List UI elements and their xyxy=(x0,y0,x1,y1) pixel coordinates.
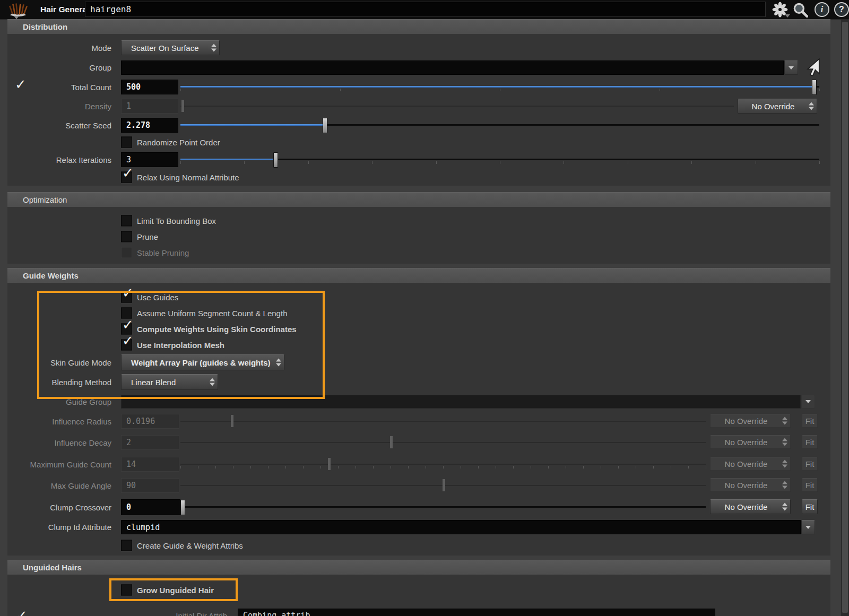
max-guide-angle-label: Max Guide Angle xyxy=(0,478,111,493)
grow-unguided-label: Grow Unguided Hair xyxy=(137,584,214,596)
search-icon[interactable] xyxy=(792,2,808,18)
section-title: Guide Weights xyxy=(23,271,79,280)
influence-radius-override-dropdown: No Override xyxy=(710,414,791,428)
gear-dropdown-arrow-icon xyxy=(785,14,790,18)
no-override-value: No Override xyxy=(725,438,768,447)
vertical-scrollbar[interactable] xyxy=(841,20,849,616)
compute-weights-checkbox[interactable]: ✓ xyxy=(121,324,132,335)
row-clump-crossover: Clump Crossover 0 No Override Fit xyxy=(0,499,830,515)
section-header-guide-weights[interactable]: Guide Weights xyxy=(7,268,830,283)
compute-weights-label: Compute Weights Using Skin Coordinates xyxy=(137,323,297,335)
assume-uniform-label: Assume Uniform Segment Count & Length xyxy=(137,307,287,319)
row-create-attribs: Create Guide & Weight Attribs xyxy=(0,539,830,552)
slider-handle[interactable] xyxy=(180,500,185,515)
max-guide-angle-input: 90 xyxy=(121,478,179,493)
total-count-label: Total Count xyxy=(0,80,111,94)
max-guide-angle-override-dropdown: No Override xyxy=(710,478,791,492)
create-attribs-label: Create Guide & Weight Attribs xyxy=(137,539,243,552)
slider-handle[interactable] xyxy=(273,152,278,168)
group-select-pointer-icon[interactable] xyxy=(801,57,821,77)
section-header-distribution[interactable]: Distribution xyxy=(7,19,830,34)
row-assume-uniform: Assume Uniform Segment Count & Length xyxy=(0,307,830,319)
info-icon[interactable]: i xyxy=(815,2,829,17)
no-override-value: No Override xyxy=(725,459,768,468)
clump-id-input[interactable]: clumpid xyxy=(121,520,801,534)
prune-checkbox[interactable] xyxy=(121,231,132,242)
use-guides-checkbox[interactable]: ✓ xyxy=(121,292,132,303)
use-interp-mesh-label: Use Interpolation Mesh xyxy=(137,339,224,351)
max-guide-count-label: Maximum Guide Count xyxy=(0,457,111,472)
skin-guide-mode-label: Skin Guide Mode xyxy=(0,354,111,370)
guide-group-dropdown-button xyxy=(801,395,815,409)
blending-method-label: Blending Method xyxy=(0,374,111,390)
row-clump-id: Clump Id Attribute clumpid xyxy=(0,520,830,534)
group-input[interactable] xyxy=(121,60,784,75)
group-dropdown-button[interactable] xyxy=(784,60,798,75)
relax-iterations-input[interactable]: 3 xyxy=(121,152,178,167)
help-icon[interactable]: ? xyxy=(834,2,849,17)
hair-generate-node-icon[interactable] xyxy=(5,2,31,18)
density-input: 1 xyxy=(121,99,178,114)
clump-crossover-override-dropdown[interactable]: No Override xyxy=(710,499,791,514)
scrollbar-thumb[interactable] xyxy=(842,22,848,613)
total-count-input[interactable]: 500 xyxy=(121,80,178,94)
clump-id-dropdown-button[interactable] xyxy=(801,520,815,534)
spinner-arrows-icon xyxy=(210,378,215,386)
relax-using-normal-checkbox[interactable]: ✓ xyxy=(121,172,132,183)
density-override-dropdown[interactable]: No Override xyxy=(738,99,817,114)
max-guide-angle-fit-button: Fit xyxy=(802,478,818,492)
row-limit-bbox: Limit To Bounding Box xyxy=(0,214,830,227)
mode-label: Mode xyxy=(0,40,111,55)
grow-unguided-checkbox[interactable] xyxy=(121,585,132,596)
row-prune: Prune xyxy=(0,230,830,243)
blending-method-dropdown[interactable]: Linear Blend xyxy=(121,374,218,390)
scatter-seed-label: Scatter Seed xyxy=(0,118,111,133)
group-label: Group xyxy=(0,60,111,75)
row-relax-iterations: Relax Iterations 3 xyxy=(0,152,830,167)
max-guide-count-input: 14 xyxy=(121,457,179,472)
row-initial-dir-attrib: ✓ Initial Dir Attrib Combing attrib xyxy=(0,609,830,616)
section-title: Optimization xyxy=(23,195,67,204)
use-interp-mesh-checkbox[interactable]: ✓ xyxy=(121,340,132,351)
limit-bounding-box-checkbox[interactable] xyxy=(121,215,132,227)
mode-dropdown[interactable]: Scatter On Surface xyxy=(121,40,220,55)
chevron-down-icon xyxy=(789,66,794,70)
initial-dir-attrib-input[interactable]: Combing attrib xyxy=(238,609,715,616)
no-override-value: No Override xyxy=(725,481,768,490)
spinner-arrows-icon xyxy=(782,481,787,489)
influence-radius-fit-button: Fit xyxy=(802,414,818,428)
assume-uniform-checkbox[interactable] xyxy=(121,308,132,319)
clump-id-label: Clump Id Attribute xyxy=(0,520,111,534)
clump-crossover-input[interactable]: 0 xyxy=(121,499,180,515)
slider-handle[interactable] xyxy=(323,118,327,133)
row-influence-radius: Influence Radius 0.0196 No Override Fit xyxy=(0,414,830,429)
skin-guide-mode-dropdown[interactable]: Weight Array Pair (guides & weights) xyxy=(121,354,284,370)
section-title: Unguided Hairs xyxy=(23,563,82,572)
blending-method-value: Linear Blend xyxy=(131,378,176,387)
hair-generate-parameter-pane: Hair Generate i ? xyxy=(0,0,849,616)
influence-radius-label: Influence Radius xyxy=(0,414,111,429)
row-scatter-seed: Scatter Seed 2.278 xyxy=(0,118,830,133)
info-glyph: i xyxy=(821,5,823,14)
node-name-input[interactable] xyxy=(85,2,766,17)
limit-bounding-box-label: Limit To Bounding Box xyxy=(137,214,216,227)
spinner-arrows-icon xyxy=(782,438,787,446)
section-header-optimization[interactable]: Optimization xyxy=(7,192,830,207)
influence-decay-fit-button: Fit xyxy=(802,435,818,449)
skin-guide-mode-value: Weight Array Pair (guides & weights) xyxy=(131,358,271,367)
influence-decay-label: Influence Decay xyxy=(0,435,111,450)
initial-dir-attrib-label: Initial Dir Attrib xyxy=(0,609,227,616)
row-mode: Mode Scatter On Surface xyxy=(0,40,830,55)
mode-value: Scatter On Surface xyxy=(131,44,199,53)
randomize-point-order-checkbox[interactable] xyxy=(121,137,132,148)
row-relax-using-normal: ✓ Relax Using Normal Attribute xyxy=(0,171,830,184)
guide-group-input xyxy=(121,395,801,409)
row-guide-group: Guide Group xyxy=(0,395,830,409)
scatter-seed-input[interactable]: 2.278 xyxy=(121,118,178,133)
section-header-unguided-hairs[interactable]: Unguided Hairs xyxy=(7,560,830,575)
slider-handle[interactable] xyxy=(812,80,817,95)
create-attribs-checkbox[interactable] xyxy=(121,540,132,551)
chevron-down-icon xyxy=(805,526,811,529)
spinner-arrows-icon xyxy=(782,460,787,468)
clump-crossover-fit-button[interactable]: Fit xyxy=(802,499,818,514)
